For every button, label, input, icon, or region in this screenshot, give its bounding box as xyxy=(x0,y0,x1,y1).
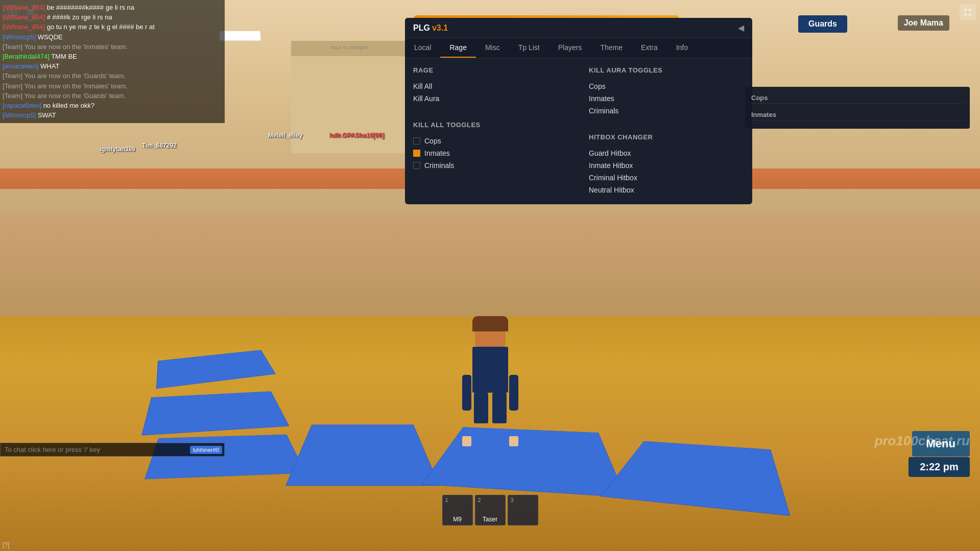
rage-section-title: Rage xyxy=(413,66,568,74)
hotbar-slot-1-num: 1 xyxy=(445,497,448,503)
hotbar: 1 M9 2 Taser 3 xyxy=(442,495,538,525)
chat-team-msg-10: [Team] You are now on the 'Guards' team. xyxy=(3,92,126,100)
expand-icon[interactable] xyxy=(960,4,976,20)
player-name-display: Joe Mama xyxy=(898,15,949,31)
plg-right-section: Kill Aura Toggles Cops Inmates Criminals… xyxy=(589,66,744,196)
chat-msg-11: no killed me okk? xyxy=(43,102,94,109)
floating-platform-left xyxy=(219,31,260,41)
hotbar-slot-2-num: 2 xyxy=(478,497,481,503)
chat-line-10: [Team] You are now on the 'Guards' team. xyxy=(3,91,222,101)
chat-panel: [iWfsane_854] be ########k#### ge li rs … xyxy=(0,0,225,123)
neutral-hitbox-item[interactable]: Neutral Hitbox xyxy=(589,184,744,196)
chat-input[interactable] xyxy=(1,443,190,456)
guard-hitbox-item[interactable]: Guard Hitbox xyxy=(589,147,744,159)
tab-extra[interactable]: Extra xyxy=(632,38,667,58)
chat-line-7: [игнасвямл] WHAT xyxy=(3,62,222,71)
chat-line-4: [iWmotcp5] WSQDE xyxy=(3,33,222,42)
bg-building: Back To Strangers xyxy=(291,41,409,153)
cops-section-title: Cops xyxy=(751,94,964,104)
kill-all-cops-checkbox[interactable] xyxy=(413,137,420,145)
ka-cops-item[interactable]: Cops xyxy=(589,80,744,92)
hotbar-slot-1-label: M9 xyxy=(453,516,462,523)
plg-collapse-arrow[interactable]: ◀ xyxy=(738,23,744,33)
chat-username-11: [гарасиблен] xyxy=(3,102,41,109)
chat-username-2: [iWfsane_854] xyxy=(3,13,45,21)
kill-all-cops-item[interactable]: Cops xyxy=(413,135,568,147)
tab-misc[interactable]: Misc xyxy=(476,38,509,58)
plg-left-section: Rage Kill All Kill Aura Kill All Toggles… xyxy=(413,66,568,196)
tab-tp-list[interactable]: Tp List xyxy=(509,38,549,58)
players-panel: Cops Inmates xyxy=(745,87,970,129)
hotbar-slot-1[interactable]: 1 M9 xyxy=(442,495,473,525)
chat-input-bar: luhhiner#0 xyxy=(0,443,225,457)
kill-all-toggles-title: Kill All Toggles xyxy=(413,121,568,129)
char-hand-right xyxy=(509,436,518,446)
criminal-hitbox-item[interactable]: Criminal Hitbox xyxy=(589,172,744,184)
tab-local[interactable]: Local xyxy=(405,38,440,58)
chat-team-msg-8: [Team] You are now on the 'Guards' team. xyxy=(3,72,126,80)
plg-tabs: Local Rage Misc Tp List Players Theme Ex… xyxy=(405,38,752,58)
mat-4 xyxy=(285,424,440,486)
guards-button[interactable]: Guards xyxy=(798,15,847,33)
chat-line-9: [Team] You are now on the 'Inmates' team… xyxy=(3,82,222,91)
tab-info[interactable]: Info xyxy=(667,38,697,58)
tab-players[interactable]: Players xyxy=(549,38,591,58)
inmates-list-item xyxy=(751,123,964,125)
chat-msg-7: WHAT xyxy=(40,62,59,70)
kill-aura-toggles-title: Kill Aura Toggles xyxy=(589,66,744,74)
kill-all-criminals-item[interactable]: Criminals xyxy=(413,159,568,172)
chat-line-8: [Team] You are now on the 'Guards' team. xyxy=(3,71,222,81)
chat-line-2: [iWfsane_854] # ####k zo rge li rs na xyxy=(3,13,222,22)
chat-msg-4: WSQDE xyxy=(38,33,63,41)
chat-line-12: [iWmotcp5] SWAT xyxy=(3,111,222,120)
char-head xyxy=(475,321,506,347)
chat-badge: luhhiner#0 xyxy=(190,446,222,454)
chat-team-msg-9: [Team] You are now on the 'Inmates' team… xyxy=(3,82,128,90)
ka-criminals-item[interactable]: Criminals xyxy=(589,105,744,117)
char-torso-area xyxy=(460,347,521,393)
tab-rage[interactable]: Rage xyxy=(440,38,475,58)
char-arm-left xyxy=(462,375,471,413)
chat-line-11: [гарасиблен] no killed me okk? xyxy=(3,101,222,110)
char-hand-left xyxy=(462,436,471,446)
hotbar-slot-3[interactable]: 3 xyxy=(508,495,538,525)
player-character xyxy=(460,321,521,434)
kill-aura-item[interactable]: Kill Aura xyxy=(413,92,568,105)
plg-panel: PLG v3.1 ◀ Local Rage Misc Tp List Playe… xyxy=(405,18,752,204)
menu-button[interactable]: Menu xyxy=(912,431,970,457)
char-arms xyxy=(462,375,518,413)
sign-bg: Back To Strangers xyxy=(291,41,409,56)
mat-3 xyxy=(145,435,306,480)
hotbar-slot-3-num: 3 xyxy=(511,497,514,503)
char-arm-upper-left xyxy=(462,375,471,411)
kill-all-criminals-checkbox[interactable] xyxy=(413,162,420,169)
chat-msg-3: go tu n ye me z te k g el #### be r at xyxy=(47,23,155,31)
kill-all-inmates-item[interactable]: Inmates xyxy=(413,147,568,159)
char-arm-right xyxy=(509,375,518,413)
kill-all-inmates-checkbox[interactable] xyxy=(413,150,420,157)
chat-username-6: [Berathirdal474] xyxy=(3,53,50,60)
kill-all-item[interactable]: Kill All xyxy=(413,80,568,92)
bottom-left-icon: [?] xyxy=(3,541,9,548)
hotbar-slot-2[interactable]: 2 Taser xyxy=(475,495,506,525)
chat-username-1: [iWfsane_854] xyxy=(3,4,45,11)
hitbox-changer-section: Hitbox Changer Guard Hitbox Inmate Hitbo… xyxy=(589,133,744,196)
chat-msg-6: TMM BE xyxy=(51,53,77,60)
tab-theme[interactable]: Theme xyxy=(591,38,632,58)
inmate-hitbox-item[interactable]: Inmate Hitbox xyxy=(589,159,744,172)
chat-team-msg-5: [Team] You are now on the 'Inmates' team… xyxy=(3,43,128,51)
chat-line-1: [iWfsane_854] be ########k#### ge li rs … xyxy=(3,3,222,12)
chat-username-12: [iWmotcp5] xyxy=(3,111,36,119)
char-hair xyxy=(472,316,508,331)
chat-username-7: [игнасвямл] xyxy=(3,62,38,70)
chat-line-3: [iWfsane_854] go tu n ye me z te k g el … xyxy=(3,22,222,32)
plg-title: PLG xyxy=(413,23,430,33)
chat-line-6: [Berathirdal474] TMM BE xyxy=(3,52,222,61)
cops-list-item xyxy=(751,106,964,108)
hitbox-changer-title: Hitbox Changer xyxy=(589,133,744,141)
ka-inmates-item[interactable]: Inmates xyxy=(589,92,744,105)
plg-version: v3.1 xyxy=(432,23,448,33)
plg-body: Rage Kill All Kill Aura Kill All Toggles… xyxy=(405,58,752,204)
inmates-section-title: Inmates xyxy=(751,111,964,121)
kill-all-toggles-section: Kill All Toggles Cops Inmates Criminals xyxy=(413,121,568,172)
